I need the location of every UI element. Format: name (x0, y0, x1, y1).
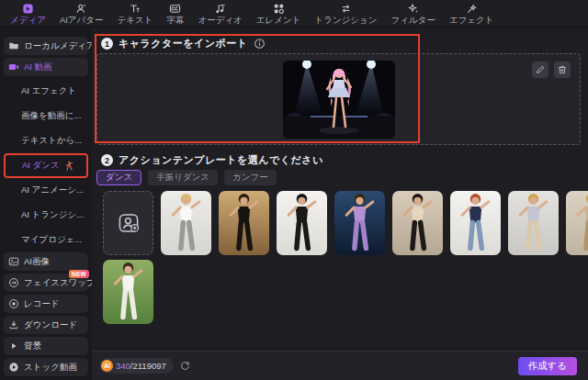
download-icon (8, 319, 19, 330)
toolbar-tab-effect[interactable]: エフェクト (449, 3, 494, 25)
sidebar-item-local-media[interactable]: ローカルメディア (4, 37, 88, 55)
sidebar-item-ai-transition[interactable]: AI トランジシ... (3, 203, 89, 228)
sidebar-item-image-to-video[interactable]: 画像を動画に... (3, 104, 89, 129)
character-import-dropzone[interactable] (96, 53, 581, 145)
category-tab-label: 手振りダンス (156, 172, 209, 184)
delete-character-button[interactable] (554, 61, 571, 78)
step2-number: 2 (101, 154, 113, 166)
new-badge: NEW (69, 270, 89, 278)
sidebar-item-label: ストック動画 (24, 362, 77, 374)
toolbar-tab-ai-avatar[interactable]: AIアバター (60, 3, 104, 25)
sidebar-item-label: AI ダンス (22, 160, 60, 172)
info-icon[interactable] (254, 38, 266, 50)
toolbar-tab-label: オーディオ (198, 16, 242, 25)
template-dance-3[interactable] (277, 191, 327, 255)
sidebar-item-label: AI エフェクト (21, 85, 76, 97)
audio-icon (214, 3, 226, 15)
category-tab-label: ダンス (106, 172, 132, 184)
triangle-right-icon (8, 341, 19, 352)
sidebar-item-text-to-video[interactable]: テキストから... (3, 129, 89, 153)
main-panel: 1 キャラクターをインポート (92, 28, 588, 351)
sidebar-item-record[interactable]: レコード (4, 295, 88, 313)
sidebar-item-label: レコード (24, 298, 60, 310)
toolbar-tab-audio[interactable]: オーディオ (198, 3, 242, 25)
toolbar-tab-label: テキスト (118, 16, 153, 25)
sidebar-item-download[interactable]: ダウンロード (4, 316, 88, 334)
step2-header: 2 アクションテンプレートを選んでください (101, 153, 323, 167)
record-icon (8, 298, 19, 309)
sidebar-item-label: ローカルメディア (24, 40, 96, 52)
template-dance-7[interactable] (508, 191, 559, 255)
sidebar-item-background[interactable]: 背景 (4, 337, 88, 355)
toolbar-tab-element[interactable]: エレメント (256, 3, 301, 25)
sidebar-item-ai-effect[interactable]: AI エフェクト (3, 79, 89, 104)
template-dance-6[interactable] (450, 191, 501, 255)
sidebar-item-label: AI 動画 (24, 61, 52, 73)
step1-title: キャラクターをインポート (119, 37, 248, 50)
credits-total: /2119097 (130, 361, 166, 371)
folder-icon (8, 40, 19, 51)
ai-credit-icon: AI (101, 360, 113, 372)
credits-counter: AI 340/2119097 (99, 358, 174, 374)
media-icon (22, 3, 34, 15)
sidebar-item-ai-video[interactable]: AI 動画 (4, 58, 88, 76)
template-dance-8[interactable] (566, 191, 588, 255)
toolbar-tab-filter[interactable]: フィルター (391, 3, 435, 25)
category-tab-kungfu[interactable]: カンフー (224, 170, 277, 185)
template-dance-4[interactable] (334, 191, 385, 255)
edit-character-button[interactable] (532, 61, 548, 78)
import-actions (532, 61, 571, 78)
sidebar-item-label: テキストから... (21, 135, 82, 147)
sidebar-item-ai-image[interactable]: AI画像 (4, 252, 88, 271)
template-dance-5[interactable] (392, 191, 443, 255)
template-category-tabs: ダンス手振りダンスカンフー (96, 170, 277, 185)
sidebar-item-ai-dance[interactable]: AI ダンス (4, 153, 88, 178)
template-dance-9[interactable] (103, 260, 153, 324)
person-add-icon (118, 212, 140, 234)
filter-icon (407, 3, 419, 15)
sidebar-item-label: AI アニメーシ... (21, 184, 84, 196)
sidebar-item-label: フェイススワップ (24, 277, 96, 289)
avatar-icon (75, 3, 87, 15)
transition-icon (340, 3, 352, 15)
sidebar: ローカルメディアAI 動画AI エフェクト画像を動画に...テキストから...A… (0, 28, 92, 380)
caption-icon (169, 3, 181, 15)
character-image[interactable] (283, 61, 395, 139)
category-tab-hand-dance[interactable]: 手振りダンス (148, 170, 218, 185)
toolbar-tab-label: エレメント (256, 16, 301, 25)
play-circle-icon (8, 362, 19, 373)
sidebar-item-ai-animation[interactable]: AI アニメーシ... (3, 178, 89, 203)
template-grid (103, 191, 588, 329)
refresh-icon[interactable] (179, 360, 191, 372)
step1-header: 1 キャラクターをインポート (101, 37, 266, 50)
toolbar-tab-label: 字幕 (166, 16, 184, 25)
category-tab-label: カンフー (232, 172, 268, 184)
dancer-emoji (63, 161, 74, 172)
sidebar-item-stock-video[interactable]: ストック動画 (4, 358, 88, 376)
top-toolbar: メディアAIアバターテキスト字幕オーディオエレメントトランジションフィルターエフ… (0, 0, 588, 28)
create-button[interactable]: 作成する (518, 357, 578, 375)
toolbar-tab-subtitle[interactable]: 字幕 (166, 3, 184, 25)
toolbar-tab-media[interactable]: メディア (10, 3, 46, 25)
category-tab-dance[interactable]: ダンス (96, 170, 141, 185)
sidebar-item-my-projects[interactable]: マイプロジェ... (3, 228, 89, 252)
toolbar-tab-transition[interactable]: トランジション (314, 3, 377, 25)
toolbar-tab-label: AIアバター (60, 16, 104, 25)
toolbar-tab-label: フィルター (391, 16, 435, 25)
toolbar-tab-label: メディア (10, 16, 46, 25)
step2-title: アクションテンプレートを選んでください (119, 153, 323, 167)
image-icon (8, 256, 19, 267)
template-dance-2[interactable] (219, 191, 269, 255)
sidebar-item-label: AI画像 (24, 256, 50, 268)
sidebar-item-label: AI トランジシ... (21, 209, 84, 221)
bottom-bar: AI 340/2119097 作成する (92, 351, 588, 380)
toolbar-tab-text[interactable]: テキスト (118, 3, 153, 25)
credits-used: 340 (116, 361, 130, 371)
sidebar-item-face-swap[interactable]: フェイススワップNEW (4, 274, 88, 292)
video-icon (8, 61, 19, 73)
step1-number: 1 (101, 38, 113, 50)
template-dance-1[interactable] (161, 191, 211, 255)
add-template-button[interactable] (103, 191, 153, 255)
faceswap-icon (8, 277, 19, 288)
effect-icon (466, 3, 478, 15)
